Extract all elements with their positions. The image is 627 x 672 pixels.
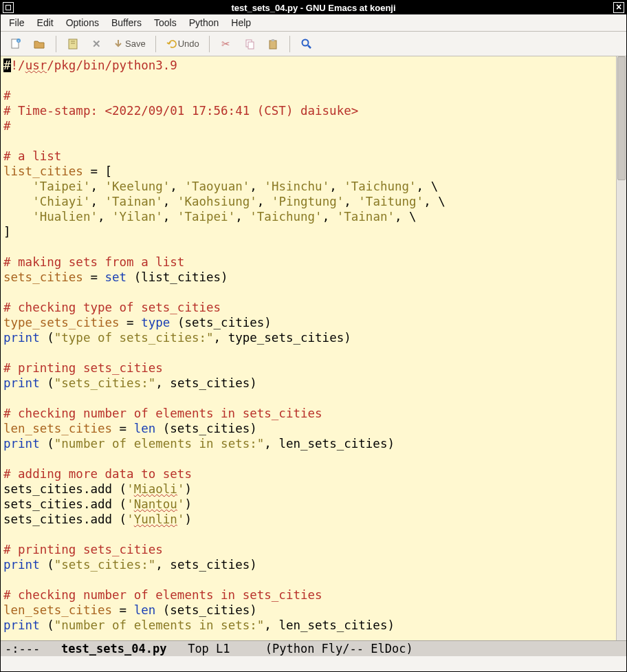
kill-buffer-icon[interactable] (63, 34, 82, 54)
close-icon[interactable]: × (613, 2, 624, 13)
menu-tools[interactable]: Tools (154, 17, 177, 28)
paste-icon[interactable] (263, 34, 283, 54)
menu-python[interactable]: Python (189, 17, 219, 28)
source-editor[interactable]: #!/usr/pkg/bin/python3.9 # # Time-stamp:… (1, 56, 616, 640)
search-icon[interactable] (297, 34, 316, 54)
menu-options[interactable]: Options (66, 17, 99, 28)
cut-icon[interactable]: ✂ (217, 34, 236, 54)
open-file-icon[interactable] (30, 34, 49, 54)
titlebar[interactable]: test_sets_04.py - GNU Emacs at koenji × (1, 1, 626, 14)
window-menu-icon[interactable] (3, 2, 14, 13)
svg-line-11 (308, 45, 311, 48)
toolbar-separator (289, 36, 290, 52)
svg-rect-7 (248, 42, 254, 49)
emacs-window: test_sets_04.py - GNU Emacs at koenji × … (0, 0, 627, 672)
menu-buffers[interactable]: Buffers (111, 17, 142, 28)
toolbar-separator (209, 36, 210, 52)
svg-point-10 (302, 39, 308, 45)
menubar: File Edit Options Buffers Tools Python H… (1, 14, 626, 32)
menu-edit[interactable]: Edit (37, 17, 54, 28)
window-title: test_sets_04.py - GNU Emacs at koenji (14, 3, 613, 13)
svg-rect-8 (270, 41, 276, 49)
save-label: Save (125, 39, 146, 49)
mode-line[interactable]: -:--- test_sets_04.py Top L1 (Python Fly… (1, 640, 626, 656)
editor-area: #!/usr/pkg/bin/python3.9 # # Time-stamp:… (1, 56, 626, 640)
undo-button[interactable]: Undo (163, 39, 202, 50)
svg-rect-9 (272, 39, 274, 41)
new-file-icon[interactable]: + (6, 34, 25, 54)
save-button[interactable]: Save (110, 39, 148, 50)
copy-icon[interactable] (240, 34, 259, 54)
buffer-name: test_sets_04.py (61, 642, 167, 655)
toolbar-separator (155, 36, 156, 52)
svg-text:+: + (18, 39, 20, 43)
minibuffer[interactable] (1, 656, 626, 671)
scrollbar-thumb[interactable] (617, 56, 626, 180)
menu-help[interactable]: Help (231, 17, 251, 28)
undo-label: Undo (178, 39, 199, 49)
svg-rect-3 (69, 39, 77, 49)
menu-file[interactable]: File (9, 17, 25, 28)
toolbar: + ✕ Save Undo ✂ (1, 32, 626, 56)
toolbar-separator (56, 36, 56, 52)
text-cursor: # (3, 58, 11, 72)
close-tab-icon[interactable]: ✕ (87, 34, 106, 54)
vertical-scrollbar[interactable] (616, 56, 626, 640)
